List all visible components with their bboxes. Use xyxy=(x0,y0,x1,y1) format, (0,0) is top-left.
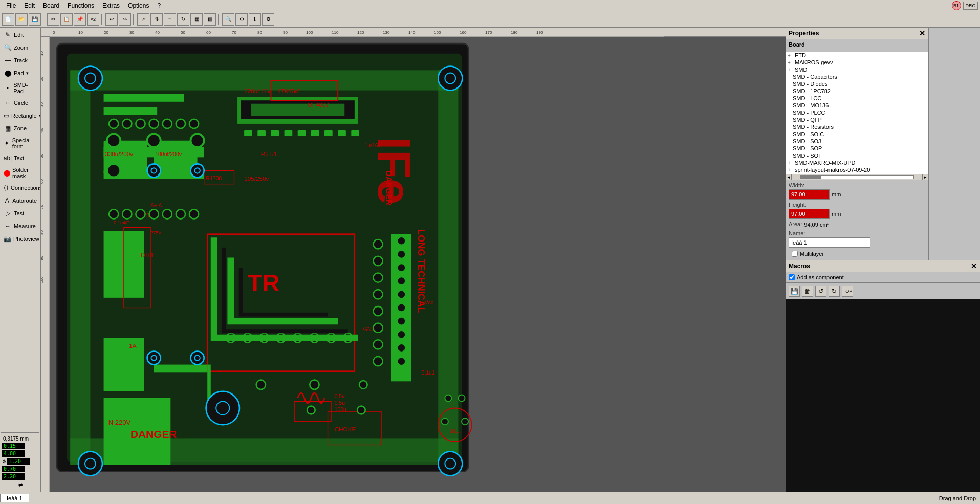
tool-test[interactable]: ▷ Test xyxy=(1,207,39,220)
macro-delete-button[interactable]: 🗑 xyxy=(802,286,813,297)
h-scrollbar[interactable]: ◄ ► xyxy=(786,174,928,180)
tab-ieaa-1[interactable]: Іеàà 1 xyxy=(0,494,29,502)
svg-text:0.5u: 0.5u xyxy=(335,400,345,406)
menu-options[interactable]: Options xyxy=(124,1,153,10)
route-button[interactable]: ↗ xyxy=(137,13,149,26)
macro-save-button[interactable]: 💾 xyxy=(789,286,800,297)
tool-photoview[interactable]: 📷 Photoview xyxy=(1,233,39,245)
svg-rect-77 xyxy=(324,130,333,136)
multilayer-checkbox[interactable] xyxy=(792,251,798,257)
tool-autoroute[interactable]: A Autoroute xyxy=(1,194,39,207)
macro-rotate-cw-button[interactable]: ↻ xyxy=(829,286,840,297)
align-button[interactable]: ≡ xyxy=(164,13,176,26)
tree-makros[interactable]: + MAKROS-gevv xyxy=(786,59,928,66)
svg-point-170 xyxy=(189,209,199,218)
tool-special-form[interactable]: ✦ Special form xyxy=(1,135,39,151)
macro-top-button[interactable]: TOP xyxy=(842,286,853,297)
svg-point-104 xyxy=(373,256,382,266)
tool-rectangle[interactable]: ▭ Rectangle ▾ xyxy=(1,109,39,122)
zoom-button[interactable]: 🔍 xyxy=(222,13,234,26)
macro-rotate-ccw-button[interactable]: ↺ xyxy=(815,286,826,297)
group-button[interactable]: ▦ xyxy=(190,13,203,26)
svg-text:UF4007: UF4007 xyxy=(308,101,329,108)
tool-connections[interactable]: ⟨⟩ Connections xyxy=(1,182,39,194)
tree-smd-mo136[interactable]: SMD - MO136 xyxy=(786,102,928,109)
svg-point-117 xyxy=(398,304,406,312)
tool-zoom[interactable]: 🔍 Zoom xyxy=(1,41,39,54)
tool-pad[interactable]: ⬤ Pad ▾ xyxy=(1,67,39,79)
tree-smd-resistors[interactable]: SMD - Resistors xyxy=(786,123,928,130)
tree-smd-plcc[interactable]: SMD - PLCC xyxy=(786,109,928,116)
copy-button[interactable]: 📋 xyxy=(60,13,73,26)
scroll-left[interactable]: ◄ xyxy=(786,174,792,180)
properties-close[interactable]: ✕ xyxy=(919,29,925,37)
tree-smd[interactable]: + SMD xyxy=(786,66,928,73)
tool-smd-pad[interactable]: ▪ SMD-Pad xyxy=(1,80,39,96)
svg-text:160: 160 xyxy=(460,30,467,35)
tool-circle[interactable]: ○ Circle xyxy=(1,97,39,109)
menu-edit[interactable]: Edit xyxy=(20,1,39,10)
svg-point-45 xyxy=(78,452,102,476)
tool-edit[interactable]: ✎ Edit xyxy=(1,29,39,41)
tree-smd-sop[interactable]: SMD - SOP xyxy=(786,145,928,152)
add-as-component-checkbox[interactable] xyxy=(789,274,795,280)
undo-button[interactable]: ↩ xyxy=(105,13,118,26)
flip-icon[interactable]: ⇄ xyxy=(2,481,38,489)
tool-text[interactable]: ab| Text xyxy=(1,152,39,164)
name-input[interactable] xyxy=(789,237,870,248)
mirror-button[interactable]: ⇅ xyxy=(150,13,163,26)
info-button[interactable]: ℹ xyxy=(249,13,261,26)
scroll-right[interactable]: ► xyxy=(922,174,928,180)
svg-rect-72 xyxy=(257,130,266,136)
menu-functions[interactable]: Functions xyxy=(63,1,98,10)
toolbar-sep-2 xyxy=(101,14,103,25)
svg-rect-50 xyxy=(104,107,158,115)
tree-sprint-07[interactable]: + sprint-layout-makros-07-09-20 xyxy=(786,166,928,173)
tree-smd-lcc[interactable]: SMD - LCC xyxy=(786,95,928,102)
svg-text:DANGER: DANGER xyxy=(130,428,177,440)
tool-solder-mask[interactable]: ⬤ Solder mask xyxy=(1,165,39,181)
height-input[interactable] xyxy=(789,209,830,219)
tree-smd-soj[interactable]: SMD - SOJ xyxy=(786,138,928,145)
menu-file[interactable]: File xyxy=(2,1,20,10)
tree-smd-soic[interactable]: SMD - SOIC xyxy=(786,130,928,138)
paste-button[interactable]: 📌 xyxy=(74,13,86,26)
tool-zone[interactable]: ▦ Zone xyxy=(1,122,39,135)
save-button[interactable]: 💾 xyxy=(29,13,41,26)
menu-extras[interactable]: Extras xyxy=(98,1,124,10)
autoroute-icon: A xyxy=(4,196,10,205)
svg-rect-76 xyxy=(311,130,319,136)
svg-point-154 xyxy=(191,351,204,364)
menu-board[interactable]: Board xyxy=(39,1,63,10)
macros-close[interactable]: ✕ xyxy=(971,262,977,270)
pad-icon: ⬤ xyxy=(4,69,12,77)
open-button[interactable]: 📂 xyxy=(15,13,28,26)
svg-text:100u: 100u xyxy=(335,407,346,412)
settings-button[interactable]: ⚙ xyxy=(235,13,248,26)
tree-view[interactable]: + ETD + MAKROS-gevv + SMD SMD - Capacito… xyxy=(786,52,928,174)
x2-button[interactable]: ×2 xyxy=(87,13,99,26)
tree-smd-qfp[interactable]: SMD - QFP xyxy=(786,116,928,123)
rotate-button[interactable]: ↻ xyxy=(177,13,189,26)
cut-button[interactable]: ✂ xyxy=(47,13,59,26)
tree-smd-sot[interactable]: SMD - SOT xyxy=(786,152,928,159)
tree-smd-1pc782[interactable]: SMD - 1PC782 xyxy=(786,87,928,95)
tree-smd-capacitors[interactable]: SMD - Capacitors xyxy=(786,73,928,80)
tree-etd[interactable]: + ETD xyxy=(786,52,928,59)
tool-track[interactable]: — Track xyxy=(1,54,39,67)
drc-button[interactable]: DRC xyxy=(963,2,978,10)
tree-smd-diodes[interactable]: SMD - Diodes xyxy=(786,80,928,87)
svg-text:R2 51: R2 51 xyxy=(261,150,277,157)
width-input[interactable] xyxy=(789,189,830,200)
new-button[interactable]: 📄 xyxy=(2,13,14,26)
connections-icon: ⟨⟩ xyxy=(4,184,9,192)
pcb-canvas[interactable]: 47K/5W UF4007 220u/ 16v 330u/200v 100uf/… xyxy=(50,37,786,492)
menu-help[interactable]: ? xyxy=(153,1,165,10)
tree-smd-makro-mix[interactable]: + SMD-MAKRO-MIX-UPD xyxy=(786,159,928,166)
b1-indicator[interactable]: B1 xyxy=(952,1,961,10)
tool-measure[interactable]: ↔ Measure xyxy=(1,220,39,232)
config-button[interactable]: ⚙ xyxy=(262,13,274,26)
svg-point-109 xyxy=(373,340,382,349)
redo-button[interactable]: ↪ xyxy=(119,13,131,26)
ungroup-button[interactable]: ▧ xyxy=(204,13,216,26)
